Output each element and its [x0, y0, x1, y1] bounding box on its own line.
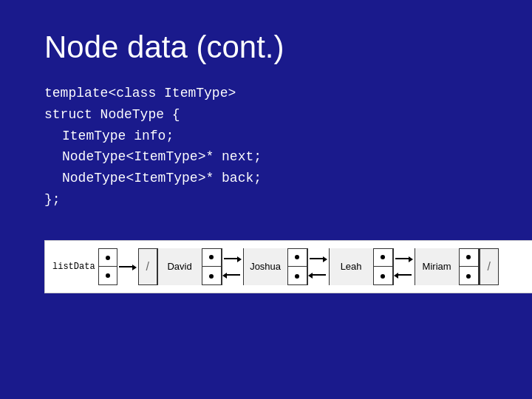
dot [295, 255, 299, 259]
dot [295, 274, 299, 279]
arrows-david-joshua [222, 248, 243, 285]
arrow-line [310, 258, 323, 259]
forward-arrow [310, 252, 327, 265]
arrow-head [237, 252, 242, 265]
head-bottom [99, 267, 117, 284]
node-leah-next [374, 248, 392, 267]
node-david-box: David [157, 248, 222, 285]
node-miriam-box: Miriam [415, 248, 480, 285]
node-leah-box: Leah [329, 248, 394, 285]
back-arrow [394, 268, 415, 282]
node-david-next [202, 248, 221, 267]
arrow-line [395, 258, 409, 259]
node-david-ptr [202, 248, 222, 285]
arrows-joshua-leah [308, 248, 329, 285]
code-block: template<class ItemType> struct NodeType… [44, 83, 488, 211]
node-leah-back [374, 267, 392, 285]
arrow-line [313, 274, 326, 276]
slide: Node data (cont.) template<class ItemTyp… [0, 0, 532, 399]
code-line-3: ItemType info; [44, 126, 488, 147]
node-joshua-back [288, 267, 307, 285]
forward-arrow [395, 252, 413, 265]
dot [209, 274, 214, 279]
head-top [99, 249, 117, 267]
node-joshua: Joshua [243, 248, 308, 285]
arrow-line [224, 258, 237, 259]
arrow-line [119, 266, 132, 267]
slide-title: Node data (cont.) [44, 30, 488, 65]
node-miriam-back [460, 267, 478, 285]
list-diagram: listData / David [44, 240, 532, 293]
node-david-back [202, 267, 221, 285]
head-dot-bottom [106, 273, 110, 278]
node-leah-ptr [374, 248, 393, 285]
head-arrow-right [119, 260, 137, 273]
node-leah-data: Leah [330, 248, 374, 285]
arrows-leah-miriam [394, 248, 415, 285]
head-dot-top [106, 256, 110, 260]
node-joshua-next [288, 248, 307, 267]
arrow-head [132, 260, 137, 273]
code-line-2: struct NodeType { [44, 104, 488, 126]
node-leah: Leah [329, 248, 394, 285]
node-miriam-next [460, 248, 478, 267]
last-next-slash: / [480, 248, 499, 285]
dot [381, 255, 385, 259]
node-miriam-data: Miriam [415, 248, 460, 285]
back-arrow [222, 268, 243, 282]
node-joshua-ptr [288, 248, 307, 285]
forward-arrow [224, 252, 242, 265]
arrow-line [398, 274, 412, 276]
arrow-head [323, 252, 327, 265]
back-arrow [308, 268, 329, 282]
code-line-5: NodeType<ItemType>* back; [44, 168, 488, 189]
dot [381, 274, 385, 279]
dot [209, 255, 214, 259]
list-data-label: listData [52, 262, 95, 272]
arrow-line [227, 274, 240, 276]
node-david: David [157, 248, 222, 285]
node-miriam: Miriam [415, 248, 480, 285]
dot [466, 274, 471, 279]
head-pointer-box [98, 248, 117, 285]
code-line-6: }; [44, 189, 488, 211]
dot [466, 255, 471, 259]
node-david-data: David [158, 248, 202, 285]
arrow-head [409, 252, 413, 265]
node-joshua-data: Joshua [244, 248, 288, 285]
node-joshua-box: Joshua [243, 248, 308, 285]
node-miriam-ptr [460, 248, 479, 285]
code-line-1: template<class ItemType> [44, 83, 488, 104]
code-line-4: NodeType<ItemType>* next; [44, 146, 488, 168]
first-back-slash: / [138, 248, 157, 285]
